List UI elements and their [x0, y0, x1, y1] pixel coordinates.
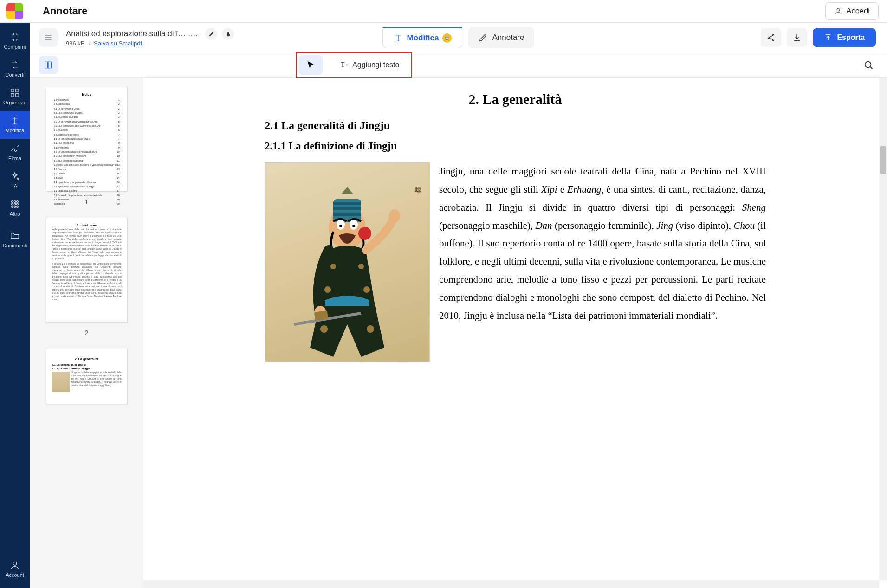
edit-subtoolbar: Aggiungi testo: [30, 52, 887, 78]
upload-icon: [824, 33, 832, 42]
thumbnail-page-3[interactable]: 2. La generalità 2.1 La generalità di Ji…: [46, 349, 128, 404]
pencil-icon: [478, 32, 488, 43]
sidebar-item-documents[interactable]: Documenti: [0, 226, 30, 254]
sidebar-label: Comprimi: [4, 44, 26, 50]
svg-rect-3: [11, 94, 14, 97]
toc-row: 3.1.1 Le attività fino9: [52, 141, 122, 145]
svg-point-6: [14, 201, 16, 203]
hamburger-icon: [44, 33, 53, 42]
svg-point-38: [389, 209, 400, 222]
thumb-number-2: 2: [30, 329, 143, 336]
add-text-tool[interactable]: Aggiungi testo: [331, 55, 407, 75]
toc-row: 2. La generalità2: [52, 102, 122, 106]
svg-point-36: [320, 325, 328, 333]
svg-point-5: [12, 201, 13, 203]
download-button[interactable]: [787, 28, 807, 47]
ai-sparkle-icon: [10, 171, 20, 181]
toc-row: 3.1.2 Varie fasi9: [52, 146, 122, 150]
app-logo[interactable]: [0, 0, 30, 23]
sidebar-label: Firma: [8, 155, 21, 161]
thumb3-title: 2. La generalità: [52, 357, 122, 361]
svg-point-0: [837, 8, 840, 11]
svg-point-35: [363, 286, 370, 293]
search-button[interactable]: [859, 56, 878, 74]
tab-edit[interactable]: Modifica: [382, 27, 463, 48]
folder-icon: [10, 231, 20, 241]
sidebar-item-sign[interactable]: Firma: [0, 139, 30, 167]
star-icon: [444, 35, 450, 41]
sidebar-item-compress[interactable]: Comprimi: [0, 27, 30, 55]
toc-row: 5.1 L'armonia di teatro17: [52, 189, 122, 193]
user-icon: [10, 560, 20, 570]
svg-rect-2: [16, 89, 19, 92]
svg-rect-20: [48, 62, 52, 68]
star-badge: [442, 33, 452, 43]
toc-row: 1. Introduzione1: [52, 98, 122, 102]
horizontal-scrollbar[interactable]: [143, 580, 879, 588]
toc-row: 3.2.2 La diffusione moderna11: [52, 159, 122, 163]
user-icon: [834, 7, 842, 15]
toc-row: 3.1 La diffusione all'estero di Jingju7: [52, 137, 122, 141]
svg-rect-4: [16, 94, 19, 97]
svg-point-10: [17, 203, 19, 205]
toc-row: 3. La diffusione all'estero7: [52, 133, 122, 137]
svg-rect-26: [333, 213, 361, 216]
thumbnails-panel[interactable]: Indice 1. Introduzione12. La generalità2…: [30, 78, 143, 588]
export-label: Esporta: [837, 33, 865, 42]
thumbnail-page-1[interactable]: Indice 1. Introduzione12. La generalità2…: [46, 87, 128, 192]
thumbnails-toggle[interactable]: [39, 56, 58, 74]
document-view[interactable]: 2. La generalità 2.1 La generalità di Ji…: [143, 78, 887, 588]
edit-icon: [10, 116, 20, 126]
sidebar-label: Organizza: [3, 100, 26, 105]
scroll-thumb[interactable]: [880, 146, 886, 174]
toc-row: 4. Analisi della diffusione all'estero d…: [52, 163, 122, 167]
mode-tabs: Modifica Annotare: [382, 27, 535, 48]
share-icon: [766, 33, 776, 42]
tab-annotate-label: Annotare: [492, 33, 524, 42]
svg-point-9: [14, 203, 16, 205]
thumb3-figure: [52, 372, 70, 392]
separator: ·: [88, 40, 90, 47]
sidebar-item-edit[interactable]: Modifica: [0, 111, 30, 139]
select-tool[interactable]: [298, 55, 323, 75]
vertical-scrollbar[interactable]: [879, 78, 887, 580]
text-edit-icon: [393, 33, 403, 43]
thumb-body: Il secondo e il metodo di connesisoni su…: [52, 262, 122, 301]
sidebar-label: Converti: [6, 72, 25, 78]
rename-button[interactable]: [205, 28, 217, 40]
sidebar-item-ai[interactable]: IA: [0, 167, 30, 194]
thumb3-h4: 2.1.1 La definizione di Jingju: [52, 367, 122, 370]
tab-annotate[interactable]: Annotare: [468, 27, 534, 48]
svg-point-37: [367, 325, 374, 333]
lock-button[interactable]: [222, 28, 234, 40]
svg-point-8: [12, 203, 13, 205]
login-button[interactable]: Accedi: [825, 2, 879, 20]
toc-row: 4.2 Trucco14: [52, 172, 122, 176]
toc-row: 4.3 Attori14: [52, 176, 122, 180]
sidebar-item-convert[interactable]: Converti: [0, 55, 30, 83]
svg-point-32: [330, 264, 336, 269]
sidebar-item-more[interactable]: Altro: [0, 194, 30, 222]
sidebar-label: Altro: [10, 211, 20, 217]
sidebar-item-account[interactable]: Account: [0, 556, 30, 583]
doc-h2: 2. La generalità: [265, 91, 766, 107]
svg-point-14: [13, 562, 16, 565]
save-link[interactable]: Salva su Smallpdf: [94, 40, 142, 47]
sidebar-item-organize[interactable]: Organizza: [0, 83, 30, 111]
share-button[interactable]: [761, 28, 781, 47]
search-icon: [863, 60, 874, 70]
toc-row: 2.1 La generalità di Jingju2: [52, 107, 122, 111]
app-header: Annotare Accedi: [0, 0, 887, 23]
export-button[interactable]: Esporta: [813, 28, 876, 47]
logo-icon: [6, 3, 23, 19]
svg-rect-15: [227, 33, 230, 36]
thumb3-h3: 2.1 La generalità di Jingju: [52, 363, 122, 366]
svg-point-30: [352, 225, 355, 227]
add-text-label: Aggiungi testo: [352, 61, 399, 69]
main-toolbar: Analisi ed esplorazione sulla diff… .pdf…: [30, 23, 887, 52]
download-icon: [792, 33, 802, 42]
sidebar-label: Account: [6, 572, 24, 578]
page-title: Annotare: [43, 5, 88, 17]
menu-button[interactable]: [39, 28, 58, 47]
thumbnail-page-2[interactable]: 1. Introduzione Nella presentazione dell…: [46, 218, 128, 323]
